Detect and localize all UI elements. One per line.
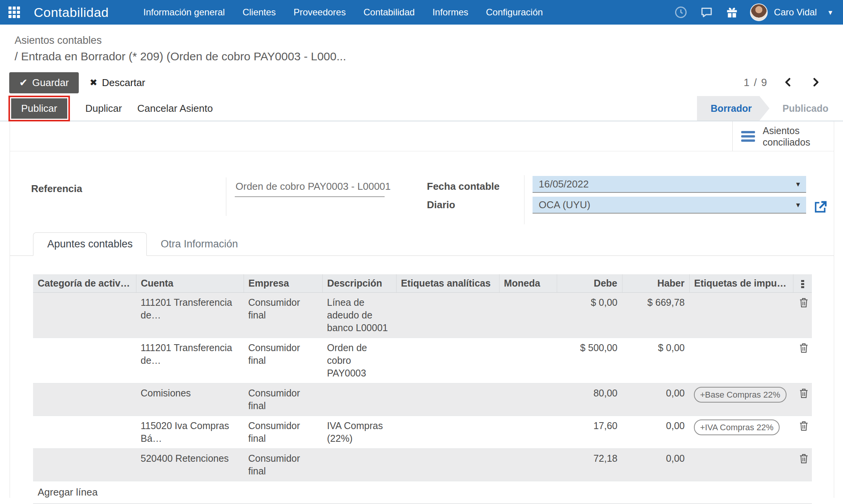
cell-descripcion[interactable] bbox=[322, 383, 396, 416]
column-options-header[interactable] bbox=[793, 274, 812, 293]
user-avatar[interactable] bbox=[750, 3, 768, 21]
cell-debe[interactable]: 17,60 bbox=[557, 416, 622, 449]
cancel-entry-button[interactable]: Cancelar Asiento bbox=[137, 96, 213, 121]
cell-haber[interactable]: $ 0,00 bbox=[622, 338, 689, 383]
page: Contabilidad Información general Cliente… bbox=[0, 0, 843, 498]
cell-cuenta[interactable]: 115020 Iva Compras Bá… bbox=[136, 416, 244, 449]
cell-moneda[interactable] bbox=[499, 293, 557, 338]
cell-haber[interactable]: 0,00 bbox=[622, 416, 689, 449]
cell-descripcion[interactable]: Línea de adeudo de banco L00001 bbox=[322, 293, 396, 338]
tab-apuntes-contables[interactable]: Apuntes contables bbox=[33, 232, 147, 256]
column-header-6: Debe bbox=[557, 274, 622, 293]
gift-icon[interactable] bbox=[725, 5, 738, 19]
cell-descripcion[interactable] bbox=[322, 449, 396, 481]
cell-empresa[interactable]: Consumidor final bbox=[244, 449, 322, 481]
cell-delete bbox=[793, 293, 812, 338]
add-line-link[interactable]: Agregar línea bbox=[33, 481, 812, 504]
status-step-draft[interactable]: Borrador bbox=[697, 96, 770, 121]
menu-contabilidad[interactable]: Contabilidad bbox=[363, 7, 415, 18]
cell-debe[interactable]: $ 500,00 bbox=[557, 338, 622, 383]
menu-informes[interactable]: Informes bbox=[432, 7, 468, 18]
pager-next-button[interactable] bbox=[808, 76, 823, 89]
tab-otra-informacion[interactable]: Otra Información bbox=[147, 233, 252, 255]
cell-moneda[interactable] bbox=[499, 338, 557, 383]
cell-etiquetas-impuestos[interactable] bbox=[689, 293, 793, 338]
menu-clientes[interactable]: Clientes bbox=[242, 7, 276, 18]
cell-empresa[interactable]: Consumidor final bbox=[244, 383, 322, 416]
app-name[interactable]: Contabilidad bbox=[34, 5, 109, 20]
menu-informacion-general[interactable]: Información general bbox=[143, 7, 225, 18]
x-icon: ✖ bbox=[90, 77, 97, 88]
referencia-input[interactable]: Orden de cobro PAY0003 - L00001 bbox=[235, 178, 385, 197]
cell-empresa[interactable]: Consumidor final bbox=[244, 338, 322, 383]
cell-categoria[interactable] bbox=[33, 449, 136, 481]
tax-tag-pill[interactable]: +Base Compras 22% bbox=[694, 387, 787, 403]
breadcrumb-parent[interactable]: Asientos contables bbox=[15, 35, 843, 46]
cell-cuenta[interactable]: 111201 Transferencia de… bbox=[136, 293, 244, 338]
apps-menu-icon[interactable] bbox=[8, 7, 20, 18]
menu-configuracion[interactable]: Configuración bbox=[486, 7, 543, 18]
pager-previous-button[interactable] bbox=[781, 76, 795, 89]
cell-moneda[interactable] bbox=[499, 383, 557, 416]
cell-debe[interactable]: $ 0,00 bbox=[557, 293, 622, 338]
duplicate-button[interactable]: Duplicar bbox=[85, 96, 122, 121]
menu-proveedores[interactable]: Proveedores bbox=[294, 7, 346, 18]
cell-etiquetas-analiticas[interactable] bbox=[396, 293, 499, 338]
cell-etiquetas-impuestos[interactable]: +Base Compras 22% bbox=[689, 383, 793, 416]
messages-chat-icon[interactable] bbox=[699, 5, 714, 19]
discard-button[interactable]: ✖ Descartar bbox=[90, 77, 145, 89]
publish-button[interactable]: Publicar bbox=[11, 98, 67, 119]
optional-columns-icon[interactable] bbox=[801, 280, 804, 288]
systray: Caro Vidal ▾ bbox=[674, 3, 832, 21]
cell-empresa[interactable]: Consumidor final bbox=[244, 416, 322, 449]
delete-row-button[interactable] bbox=[798, 342, 810, 356]
user-menu-caret-icon[interactable]: ▾ bbox=[828, 8, 832, 17]
cell-etiquetas-analiticas[interactable] bbox=[396, 338, 499, 383]
journal-item-row[interactable]: 115020 Iva Compras Bá… Consumidor final … bbox=[33, 416, 812, 449]
cell-descripcion[interactable]: IVA Compras (22%) bbox=[322, 416, 396, 449]
cell-empresa[interactable]: Consumidor final bbox=[244, 293, 322, 338]
cell-cuenta[interactable]: 520400 Retenciones bbox=[136, 449, 244, 481]
cell-categoria[interactable] bbox=[33, 338, 136, 383]
cell-descripcion[interactable]: Orden de cobro PAY0003 bbox=[322, 338, 396, 383]
delete-row-button[interactable] bbox=[798, 387, 810, 401]
tax-tag-pill[interactable]: +IVA Compras 22% bbox=[694, 419, 780, 435]
journal-item-row[interactable]: 111201 Transferencia de… Consumidor fina… bbox=[33, 338, 812, 383]
cell-etiquetas-analiticas[interactable] bbox=[396, 416, 499, 449]
cell-moneda[interactable] bbox=[499, 416, 557, 449]
status-step-posted[interactable]: Publicado bbox=[770, 96, 834, 121]
cell-etiquetas-analiticas[interactable] bbox=[396, 449, 499, 481]
reconciled-entries-button[interactable]: Asientos conciliados bbox=[732, 121, 834, 151]
cell-debe[interactable]: 80,00 bbox=[557, 383, 622, 416]
cell-etiquetas-analiticas[interactable] bbox=[396, 383, 499, 416]
save-button[interactable]: ✔ Guardar bbox=[9, 72, 79, 93]
journal-item-row[interactable]: 111201 Transferencia de… Consumidor fina… bbox=[33, 293, 812, 338]
cell-haber[interactable]: 0,00 bbox=[622, 449, 689, 481]
cell-etiquetas-impuestos[interactable] bbox=[689, 449, 793, 481]
diario-select[interactable]: OCA (UYU) ▾ bbox=[533, 197, 806, 214]
cell-categoria[interactable] bbox=[33, 383, 136, 416]
main-menu: Información general Clientes Proveedores… bbox=[143, 7, 543, 18]
separator bbox=[226, 177, 226, 216]
cell-categoria[interactable] bbox=[33, 416, 136, 449]
user-name[interactable]: Caro Vidal bbox=[774, 7, 817, 18]
delete-row-button[interactable] bbox=[798, 452, 810, 466]
delete-row-button[interactable] bbox=[798, 419, 810, 434]
cell-delete bbox=[793, 416, 812, 449]
pager: 1 / 9 bbox=[743, 76, 823, 89]
cell-etiquetas-impuestos[interactable]: +IVA Compras 22% bbox=[689, 416, 793, 449]
cell-haber[interactable]: $ 669,78 bbox=[622, 293, 689, 338]
cell-debe[interactable]: 72,18 bbox=[557, 449, 622, 481]
cell-moneda[interactable] bbox=[499, 449, 557, 481]
cell-cuenta[interactable]: Comisiones bbox=[136, 383, 244, 416]
cell-etiquetas-impuestos[interactable] bbox=[689, 338, 793, 383]
cell-categoria[interactable] bbox=[33, 293, 136, 338]
activities-clock-icon[interactable] bbox=[674, 5, 688, 19]
cell-cuenta[interactable]: 111201 Transferencia de… bbox=[136, 338, 244, 383]
cell-haber[interactable]: 0,00 bbox=[622, 383, 689, 416]
journal-item-row[interactable]: Comisiones Consumidor final 80,00 0,00 +… bbox=[33, 383, 812, 416]
journal-item-row[interactable]: 520400 Retenciones Consumidor final 72,1… bbox=[33, 449, 812, 481]
external-link-icon[interactable] bbox=[812, 199, 828, 217]
delete-row-button[interactable] bbox=[798, 296, 810, 310]
fecha-contable-input[interactable]: 16/05/2022 ▾ bbox=[533, 176, 806, 193]
